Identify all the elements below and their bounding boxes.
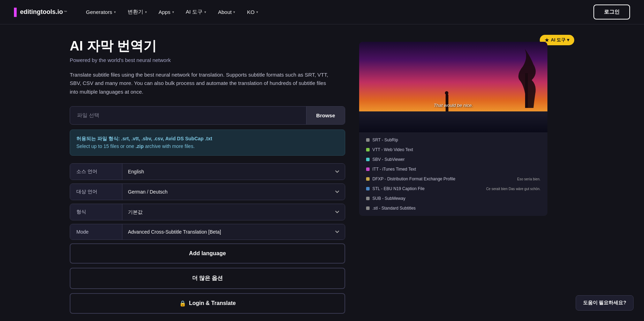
target-language-select[interactable]: German / Deutsch English Korean Japanese… (122, 184, 345, 200)
right-panel: That would be nice. SRT - SubRip VTT - W… (359, 38, 547, 314)
main-content: AI 자막 번역기 Powered by the world's best ne… (0, 24, 644, 321)
list-item: SRT - SubRip (364, 136, 543, 144)
list-item: SBV - SubViewer (364, 155, 543, 164)
chevron-down-icon: ▾ (172, 10, 174, 14)
nav-converter[interactable]: 변환기 ▾ (123, 6, 152, 18)
help-button[interactable]: 도움이 필요하세요? (576, 295, 634, 311)
login-translate-button[interactable]: 🔒 Login & Translate (70, 293, 345, 314)
file-label: 파일 선택 (70, 107, 306, 124)
nav-apps[interactable]: Apps ▾ (154, 6, 179, 18)
source-language-label: 소스 언어 (70, 164, 122, 180)
preview-tree-icon (495, 45, 537, 108)
source-language-select[interactable]: English Korean Japanese Chinese Spanish … (122, 164, 345, 180)
login-translate-label: Login & Translate (189, 300, 236, 306)
nav-generators[interactable]: Generators ▾ (81, 6, 121, 18)
target-language-row: 대상 언어 German / Deutsch English Korean Ja… (70, 183, 345, 200)
logo-bracket: ▌ (14, 8, 20, 17)
list-item: VTT - Web Video Text (364, 146, 543, 154)
chevron-down-icon: ▾ (114, 10, 116, 14)
list-item: STL - EBU N19 Caption File Ce serait bie… (364, 185, 543, 193)
navbar: ▌ editingtools.io ™ Generators ▾ 변환기 ▾ A… (0, 0, 644, 24)
format-row: 형식 기본값 SRT VTT SBV (70, 204, 345, 220)
info-box: 허용되는 파일 형식: .srt, .vtt, .sbv, .csv, Avid… (70, 130, 345, 156)
list-item: .stl - Standard Subtitles (364, 204, 543, 212)
format-dot-icon (366, 138, 370, 142)
page-title: AI 자막 번역기 (70, 38, 345, 54)
archive-suffix: archive with more files. (144, 143, 195, 149)
list-item: SUB - SubMeway (364, 194, 543, 203)
list-item: ITT - iTunes Timed Text (364, 165, 543, 173)
preview-scene: That would be nice. (359, 42, 547, 132)
logo-tm: ™ (64, 10, 67, 14)
format-dot-icon (366, 187, 370, 190)
allowed-formats-text: 허용되는 파일 형식: .srt, .vtt, .sbv, .csv, Avid… (76, 136, 212, 141)
mode-select[interactable]: Advanced Cross-Subtitle Translation [Bet… (122, 224, 345, 240)
person-head (445, 91, 448, 95)
file-upload-row: 파일 선택 Browse (70, 106, 345, 125)
nav-ai-tools[interactable]: AI 도구 ▾ (181, 6, 211, 18)
nav-links: Generators ▾ 변환기 ▾ Apps ▾ AI 도구 ▾ About … (81, 6, 593, 18)
format-label: 형식 (70, 204, 122, 220)
more-options-button[interactable]: 더 많은 옵션 (70, 268, 345, 289)
preview-subtitle-text: That would be nice. (434, 103, 473, 108)
logo-text: editingtools.io (20, 8, 63, 16)
preview-container: That would be nice. SRT - SubRip VTT - W… (359, 42, 547, 216)
login-button[interactable]: 로그인 (593, 5, 630, 19)
chevron-down-icon: ▾ (204, 10, 206, 14)
page-description: Translate subtitle files using the best … (70, 71, 335, 96)
lock-icon: 🔒 (179, 300, 186, 307)
add-language-button[interactable]: Add language (70, 243, 345, 264)
format-dot-icon (366, 167, 370, 171)
nav-language[interactable]: KO ▾ (242, 6, 263, 18)
nav-right: 로그인 (593, 5, 630, 19)
format-list-panel: SRT - SubRip VTT - Web Video Text SBV - … (359, 132, 547, 216)
archive-prefix: Select up to 15 files or one (76, 143, 136, 149)
list-item: DFXP - Distribution Format Exchange Prof… (364, 175, 543, 183)
mode-row: Mode Advanced Cross-Subtitle Translation… (70, 224, 345, 240)
format-dot-icon (366, 206, 370, 210)
logo[interactable]: ▌ editingtools.io ™ (14, 8, 67, 17)
format-dot-icon (366, 148, 370, 151)
nav-about[interactable]: About ▾ (213, 6, 240, 18)
ai-badge-label: AI 도구 ▾ (551, 37, 569, 43)
zip-text: .zip (136, 143, 144, 149)
page-subtitle: Powered by the world's best neural netwo… (70, 57, 345, 63)
format-dot-icon (366, 158, 370, 161)
mode-label: Mode (70, 224, 122, 240)
chevron-down-icon: ▾ (233, 10, 235, 14)
format-select[interactable]: 기본값 SRT VTT SBV (122, 204, 345, 220)
left-panel: AI 자막 번역기 Powered by the world's best ne… (70, 38, 345, 314)
source-language-row: 소스 언어 English Korean Japanese Chinese Sp… (70, 163, 345, 180)
chevron-down-icon: ▾ (256, 10, 258, 14)
format-dot-icon (366, 177, 370, 181)
browse-button[interactable]: Browse (306, 107, 345, 124)
preview-ground (359, 111, 547, 132)
chevron-down-icon: ▾ (145, 10, 147, 14)
target-language-label: 대상 언어 (70, 184, 122, 200)
format-dot-icon (366, 197, 370, 200)
